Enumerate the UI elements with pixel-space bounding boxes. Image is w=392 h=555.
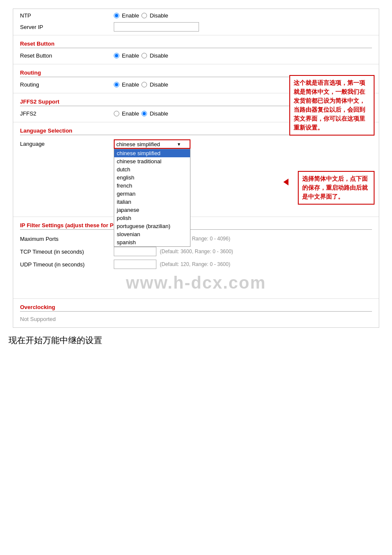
tcp-timeout-value: (Default: 3600, Range: 0 - 3600) bbox=[114, 247, 372, 256]
max-ports-label: Maximum Ports bbox=[20, 236, 114, 242]
lang-option-chinese-traditional[interactable]: chinese traditional bbox=[114, 157, 190, 165]
udp-timeout-hint: (Default: 120, Range: 0 - 3600) bbox=[160, 261, 230, 267]
annotation-box-1: 这个就是语言选项，第一项就是简体中文，一般我们在发货前都已设为简体中文，当路由器… bbox=[289, 75, 375, 136]
jffs2-radio-group: Enable Disable bbox=[114, 110, 168, 117]
watermark: www.h-dcx.com bbox=[20, 271, 372, 295]
lang-option-polish[interactable]: polish bbox=[114, 214, 190, 222]
routing-radio-group: Enable Disable bbox=[114, 81, 168, 88]
language-dropdown-list: chinese simplified chinese traditional d… bbox=[114, 149, 190, 247]
server-ip-value bbox=[114, 22, 372, 32]
reset-enable-label: Enable bbox=[122, 52, 139, 59]
language-row: Language chinese simplified ▼ chinese si… bbox=[20, 138, 372, 150]
language-value: chinese simplified ▼ chinese simplified … bbox=[114, 139, 372, 149]
jffs2-label: JFFS2 bbox=[20, 110, 114, 117]
lang-option-portuguese-brazilian[interactable]: portuguese (brazilian) bbox=[114, 222, 190, 230]
ntp-label: NTP bbox=[20, 12, 114, 19]
ntp-value: Enable Disable bbox=[114, 12, 372, 19]
udp-timeout-input[interactable] bbox=[114, 260, 156, 269]
tcp-timeout-label: TCP Timeout (in seconds) bbox=[20, 249, 114, 255]
udp-timeout-row: UDP Timeout (in seconds) (Default: 120, … bbox=[20, 258, 372, 271]
lang-option-chinese-simplified[interactable]: chinese simplified bbox=[114, 149, 190, 157]
reset-disable-label: Disable bbox=[150, 52, 168, 59]
dropdown-arrow-icon: ▼ bbox=[177, 142, 181, 147]
server-ip-input[interactable] bbox=[114, 22, 199, 32]
ntp-enable-radio[interactable] bbox=[114, 13, 119, 18]
server-ip-row: Server IP bbox=[20, 20, 372, 33]
tcp-timeout-row: TCP Timeout (in seconds) (Default: 3600,… bbox=[20, 245, 372, 258]
lang-option-dutch[interactable]: dutch bbox=[114, 165, 190, 173]
reset-enable-radio[interactable] bbox=[114, 53, 119, 58]
language-label: Language bbox=[20, 139, 114, 147]
routing-label: Routing bbox=[20, 81, 114, 88]
lang-option-english[interactable]: english bbox=[114, 173, 190, 182]
jffs2-disable-radio[interactable] bbox=[141, 111, 147, 116]
routing-disable-radio[interactable] bbox=[141, 82, 147, 87]
lang-option-french[interactable]: french bbox=[114, 182, 190, 190]
ntp-enable-radio-group: Enable Disable bbox=[114, 12, 168, 19]
overclocking-section: Overclocking Not Supported bbox=[13, 299, 379, 327]
ntp-enable-label: Enable bbox=[122, 12, 139, 19]
lang-option-spanish[interactable]: spanish bbox=[114, 238, 190, 246]
reset-button-section: Reset Button Reset Button Enable Disable bbox=[13, 35, 379, 64]
reset-button-label: Reset Button bbox=[20, 52, 114, 59]
reset-button-value: Enable Disable bbox=[114, 52, 372, 59]
udp-timeout-label: UDP Timeout (in seconds) bbox=[20, 261, 114, 268]
overclocking-row: Not Supported bbox=[20, 314, 372, 324]
routing-enable-radio[interactable] bbox=[114, 82, 119, 87]
ntp-disable-label: Disable bbox=[150, 12, 168, 19]
footer-text: 现在开始万能中继的设置 bbox=[9, 335, 383, 346]
max-ports-row: Maximum Ports (Default: 512, Range: 0 - … bbox=[20, 232, 372, 245]
tcp-timeout-hint: (Default: 3600, Range: 0 - 3600) bbox=[160, 249, 233, 254]
tcp-timeout-input[interactable] bbox=[114, 247, 156, 256]
jffs2-enable-radio[interactable] bbox=[114, 111, 119, 116]
language-select-wrapper: chinese simplified ▼ chinese simplified … bbox=[114, 139, 190, 149]
reset-disable-radio[interactable] bbox=[141, 53, 147, 58]
jffs2-enable-label: Enable bbox=[122, 110, 139, 117]
language-select-display[interactable]: chinese simplified ▼ bbox=[114, 139, 190, 149]
language-selected-text: chinese simplified bbox=[116, 141, 160, 147]
lang-option-slovenian[interactable]: slovenian bbox=[114, 230, 190, 238]
routing-enable-label: Enable bbox=[122, 81, 139, 88]
udp-timeout-value: (Default: 120, Range: 0 - 3600) bbox=[114, 260, 372, 269]
routing-disable-label: Disable bbox=[150, 81, 168, 88]
annotation-box-2: 选择简体中文后，点下面的保存，重启动路由后就是中文界面了。 bbox=[298, 171, 375, 205]
not-supported-label: Not Supported bbox=[20, 316, 114, 322]
lang-option-japanese[interactable]: japanese bbox=[114, 206, 190, 214]
reset-button-section-title: Reset Button bbox=[20, 40, 372, 48]
overclocking-section-title: Overclocking bbox=[20, 304, 372, 312]
jffs2-disable-label: Disable bbox=[150, 110, 168, 117]
lang-option-german[interactable]: german bbox=[114, 190, 190, 198]
server-ip-label: Server IP bbox=[20, 24, 114, 30]
ip-filter-section-title: IP Filter Settings (adjust these for P…) bbox=[20, 222, 372, 230]
ntp-row: NTP Enable Disable bbox=[20, 11, 372, 20]
ip-filter-section: IP Filter Settings (adjust these for P…)… bbox=[13, 217, 379, 299]
reset-button-row: Reset Button Enable Disable bbox=[20, 51, 372, 61]
ntp-disable-radio[interactable] bbox=[141, 13, 147, 18]
annotation-arrow-icon bbox=[283, 179, 288, 185]
lang-option-italian[interactable]: italian bbox=[114, 198, 190, 206]
reset-button-radio-group: Enable Disable bbox=[114, 52, 168, 59]
